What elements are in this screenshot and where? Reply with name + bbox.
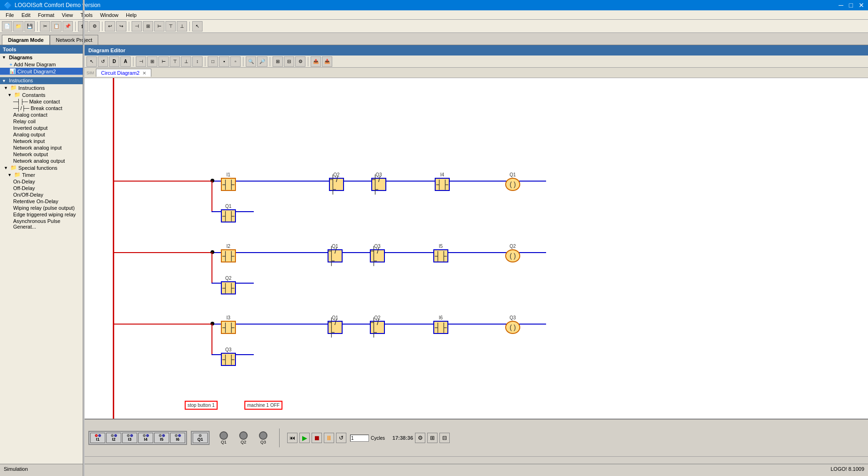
contact-I4[interactable]: I4 ┤├	[435, 172, 450, 191]
contact-Q3-row2-body[interactable]: ┤/├	[370, 249, 385, 262]
contact-Q1-row2[interactable]: Q1 ┤/├	[328, 244, 343, 262]
tb-open[interactable]: 📁	[13, 21, 23, 32]
dt-align6[interactable]: ↕	[192, 56, 203, 67]
contact-I5-body[interactable]: ┤├	[433, 249, 448, 262]
io-I3[interactable]: I3	[122, 433, 137, 443]
tb-align-right[interactable]: ⊢	[154, 21, 164, 32]
tb-new[interactable]: 📄	[2, 21, 12, 32]
menu-format[interactable]: Format	[34, 11, 58, 19]
tb-save[interactable]: 💾	[24, 21, 35, 32]
coil-Q2-body[interactable]: ( )	[505, 249, 520, 262]
dt-box3[interactable]: ▫	[230, 56, 241, 67]
tb-cursor[interactable]: ↖	[192, 21, 203, 32]
sidebar-network-analog-input[interactable]: Network analog input	[0, 144, 84, 151]
contact-Q1-row2-body[interactable]: ┤/├	[328, 249, 343, 262]
menu-edit[interactable]: Edit	[18, 11, 34, 19]
io-I5[interactable]: I5	[154, 433, 169, 443]
sidebar-analog-contact[interactable]: Analog contact	[0, 111, 84, 118]
sidebar-off-delay[interactable]: Off-Delay	[0, 185, 84, 191]
contact-Q2-row3[interactable]: Q2 ┤/├	[370, 315, 385, 334]
bulb-Q1[interactable]: Q1	[215, 431, 232, 444]
sidebar-analog-output[interactable]: Analog output	[0, 131, 84, 138]
sidebar-edge-wiping-relay[interactable]: Edge triggered wiping relay	[0, 211, 84, 218]
contact-Q1-selfhold-body[interactable]: ┤├	[221, 209, 236, 222]
sim-btn-config3[interactable]: ⊟	[439, 433, 450, 443]
title-bar-controls[interactable]: ─ □ ✕	[839, 1, 864, 9]
coil-Q3-body[interactable]: ( )	[505, 321, 520, 334]
dt-import[interactable]: 📥	[322, 56, 332, 67]
contact-Q1-selfhold[interactable]: Q1 ┤├	[221, 204, 236, 222]
menu-window[interactable]: Window	[96, 11, 122, 19]
contact-Q2-row3-body[interactable]: ┤/├	[370, 321, 385, 334]
dt-misc[interactable]: ⚙	[295, 56, 305, 67]
coil-Q1[interactable]: Q1 ( )	[505, 172, 520, 191]
close-btn[interactable]: ✕	[859, 1, 864, 9]
tb-prop[interactable]: ⚙	[89, 21, 100, 32]
sidebar-circuit-diagram2[interactable]: 📊 Circuit Diagram2	[0, 68, 84, 75]
contact-I6-body[interactable]: ┤├	[433, 321, 448, 334]
sidebar-diagrams-group[interactable]: ▼ Diagrams	[0, 54, 84, 61]
contact-I5[interactable]: I5 ┤├	[433, 244, 448, 262]
io-I6[interactable]: I6	[170, 433, 185, 443]
sidebar-network-input[interactable]: Network input	[0, 138, 84, 144]
sidebar-wiping-relay[interactable]: Wiping relay (pulse output)	[0, 205, 84, 211]
contact-Q3-row1-body[interactable]: ┤/├	[371, 178, 386, 191]
diagram-tab-close[interactable]: ✕	[142, 71, 146, 76]
contact-I2[interactable]: I2 ┤├	[221, 244, 236, 262]
sim-btn-config1[interactable]: ⚙	[415, 433, 425, 443]
constants-folder[interactable]: ▼ 📁 Constants	[0, 91, 84, 98]
tb-paste[interactable]: 📌	[63, 21, 73, 32]
tb-copy[interactable]: 📋	[51, 21, 62, 32]
dt-box[interactable]: □	[208, 56, 218, 67]
tab-network-project[interactable]: Network Project	[50, 35, 99, 45]
contact-Q3-selfhold-body[interactable]: ┤├	[221, 353, 236, 366]
coil-Q3[interactable]: Q3 ( )	[505, 315, 520, 334]
contact-I2-body[interactable]: ┤├	[221, 249, 236, 262]
dt-zoom-out[interactable]: 🔎	[257, 56, 267, 67]
instructions-section-header[interactable]: ▼ Instructions	[0, 77, 84, 84]
dt-conn[interactable]: ↺	[98, 56, 108, 67]
sidebar-scroll[interactable]: ▼ Diagrams + Add New Diagram 📊 Circuit D…	[0, 54, 84, 464]
sim-btn-rewind[interactable]: ⏮	[287, 433, 297, 443]
contact-Q1-row3-body[interactable]: ┤/├	[328, 321, 343, 334]
tab-diagram-mode[interactable]: Diagram Mode	[2, 35, 50, 45]
contact-I1[interactable]: I1 ┤├	[221, 172, 236, 191]
contact-I6[interactable]: I6 ┤├	[433, 315, 448, 334]
tb-align-left[interactable]: ⊣	[132, 21, 142, 32]
contact-I3-body[interactable]: ┤├	[221, 321, 236, 334]
dt-align1[interactable]: ⊣	[136, 56, 146, 67]
contact-Q3-row2[interactable]: Q3 ┤/├	[370, 244, 385, 262]
dt-grid[interactable]: ⊞	[273, 56, 283, 67]
dt-select[interactable]: ↖	[86, 56, 97, 67]
menu-view[interactable]: View	[58, 11, 77, 19]
dt-text[interactable]: D	[109, 56, 119, 67]
tb-align-center[interactable]: ⊞	[143, 21, 153, 32]
contact-I3[interactable]: I3 ┤├	[221, 315, 236, 334]
sim-btn-config2[interactable]: ⊞	[427, 433, 438, 443]
sidebar-network-output[interactable]: Network output	[0, 151, 84, 158]
sidebar-on-delay[interactable]: On-Delay	[0, 178, 84, 185]
contact-Q2-row1[interactable]: Q2 ┤/├	[329, 172, 344, 191]
bulb-Q2[interactable]: Q2	[235, 431, 252, 444]
sidebar-async-pulse[interactable]: Asynchronous Pulse Generat...	[0, 218, 84, 230]
sidebar-add-new-diagram[interactable]: + Add New Diagram	[0, 61, 84, 68]
contact-Q1-row3[interactable]: Q1 ┤/├	[328, 315, 343, 334]
tb-align-bottom[interactable]: ⊥	[177, 21, 187, 32]
minimize-btn[interactable]: ─	[839, 1, 844, 9]
io-I2[interactable]: I2	[106, 433, 121, 443]
dt-snap[interactable]: ⊟	[284, 56, 294, 67]
contact-Q2-selfhold[interactable]: Q2 ┤├	[221, 276, 236, 294]
coil-Q2[interactable]: Q2 ( )	[505, 244, 520, 262]
menu-tools[interactable]: Tools	[77, 11, 96, 19]
sim-btn-step[interactable]: ↺	[336, 433, 346, 443]
instructions-folder[interactable]: ▼ 📁 Instructions	[0, 84, 84, 91]
dt-export[interactable]: 📤	[311, 56, 321, 67]
contact-Q2-selfhold-body[interactable]: ┤├	[221, 281, 236, 294]
dt-zoom-in[interactable]: 🔍	[246, 56, 256, 67]
tb-align-top[interactable]: ⊤	[165, 21, 176, 32]
io-I4[interactable]: I4	[138, 433, 153, 443]
tb-cut[interactable]: ✂	[40, 21, 50, 32]
contact-I4-body[interactable]: ┤├	[435, 178, 450, 191]
sidebar-inverted-output[interactable]: Inverted output	[0, 125, 84, 131]
io-Q1[interactable]: Q1	[193, 433, 208, 443]
